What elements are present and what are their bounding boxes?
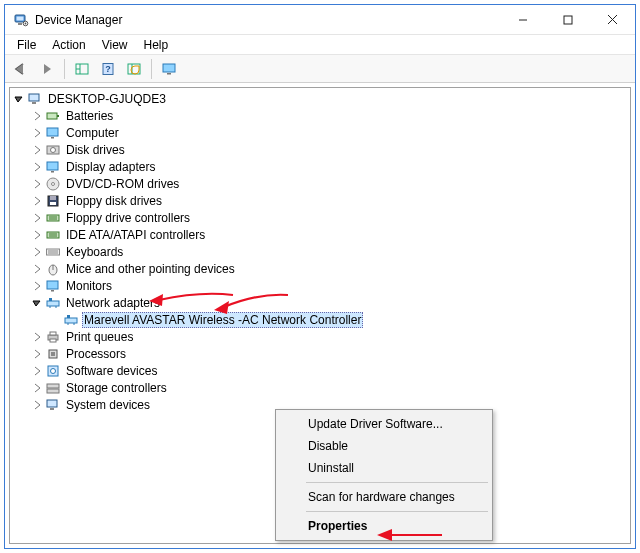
cd-icon bbox=[45, 176, 61, 192]
cm-disable[interactable]: Disable bbox=[278, 435, 490, 457]
tree-category[interactable]: Storage controllers bbox=[12, 379, 630, 396]
tree-item-label: Keyboards bbox=[64, 245, 125, 259]
menu-file[interactable]: File bbox=[9, 36, 44, 54]
expand-icon[interactable] bbox=[30, 262, 44, 276]
tree-item-label: Network adapters bbox=[64, 296, 162, 310]
svg-rect-56 bbox=[50, 339, 56, 342]
printer-icon bbox=[45, 329, 61, 345]
expand-icon[interactable] bbox=[30, 245, 44, 259]
svg-rect-55 bbox=[50, 332, 56, 335]
window-title: Device Manager bbox=[35, 13, 500, 27]
toolbar: ? bbox=[5, 55, 635, 83]
tree-category[interactable]: Floppy disk drives bbox=[12, 192, 630, 209]
expand-icon[interactable] bbox=[30, 330, 44, 344]
maximize-button[interactable] bbox=[545, 6, 590, 34]
tree-category[interactable]: Display adapters bbox=[12, 158, 630, 175]
tree-category[interactable]: Keyboards bbox=[12, 243, 630, 260]
expand-icon[interactable] bbox=[30, 211, 44, 225]
tree-category[interactable]: Disk drives bbox=[12, 141, 630, 158]
expand-icon[interactable] bbox=[30, 347, 44, 361]
expand-icon[interactable] bbox=[30, 364, 44, 378]
forward-button[interactable] bbox=[35, 58, 59, 80]
expand-icon[interactable] bbox=[30, 194, 44, 208]
tree-category[interactable]: Batteries bbox=[12, 107, 630, 124]
svg-rect-1 bbox=[17, 16, 24, 20]
tree-category[interactable]: DVD/CD-ROM drives bbox=[12, 175, 630, 192]
svg-rect-2 bbox=[18, 23, 22, 25]
titlebar: Device Manager bbox=[5, 5, 635, 35]
svg-rect-36 bbox=[47, 232, 59, 238]
display-icon bbox=[45, 159, 61, 175]
cm-uninstall[interactable]: Uninstall bbox=[278, 457, 490, 479]
tree-device-network[interactable]: Marevell AVASTAR Wireless -AC Network Co… bbox=[12, 311, 630, 328]
svg-point-4 bbox=[25, 22, 27, 24]
tree-category[interactable]: Network adapters bbox=[12, 294, 630, 311]
collapse-icon[interactable] bbox=[12, 92, 26, 106]
svg-rect-39 bbox=[47, 249, 60, 255]
tree-item-label: Batteries bbox=[64, 109, 115, 123]
minimize-button[interactable] bbox=[500, 6, 545, 34]
collapse-icon[interactable] bbox=[30, 296, 44, 310]
tree-item-label: Processors bbox=[64, 347, 128, 361]
tree-item-label: IDE ATA/ATAPI controllers bbox=[64, 228, 207, 242]
keyboard-icon bbox=[45, 244, 61, 260]
expand-icon[interactable] bbox=[30, 109, 44, 123]
context-menu: Update Driver Software... Disable Uninst… bbox=[275, 409, 493, 541]
expand-icon[interactable] bbox=[30, 228, 44, 242]
toolbar-separator bbox=[151, 59, 152, 79]
expand-icon[interactable] bbox=[30, 160, 44, 174]
expand-icon[interactable] bbox=[30, 279, 44, 293]
tree-category[interactable]: Print queues bbox=[12, 328, 630, 345]
show-hide-tree-button[interactable] bbox=[70, 58, 94, 80]
svg-rect-50 bbox=[65, 318, 77, 323]
tree-category[interactable]: IDE ATA/ATAPI controllers bbox=[12, 226, 630, 243]
menu-action[interactable]: Action bbox=[44, 36, 93, 54]
mouse-icon bbox=[45, 261, 61, 277]
menu-help[interactable]: Help bbox=[136, 36, 177, 54]
monitor-toolbar-button[interactable] bbox=[157, 58, 181, 80]
tree-category[interactable]: Software devices bbox=[12, 362, 630, 379]
svg-rect-22 bbox=[47, 128, 58, 136]
menu-view[interactable]: View bbox=[94, 36, 136, 54]
net-icon bbox=[63, 312, 79, 328]
svg-rect-19 bbox=[32, 102, 36, 104]
scan-hardware-button[interactable] bbox=[122, 58, 146, 80]
svg-rect-23 bbox=[51, 137, 54, 139]
expand-icon[interactable] bbox=[30, 177, 44, 191]
back-button[interactable] bbox=[9, 58, 33, 80]
tree-item-label: DESKTOP-GJUQDE3 bbox=[46, 92, 168, 106]
expand-icon[interactable] bbox=[30, 381, 44, 395]
svg-rect-6 bbox=[564, 16, 572, 24]
floppy-icon bbox=[45, 193, 61, 209]
menubar: File Action View Help bbox=[5, 35, 635, 55]
tree-category[interactable]: Floppy drive controllers bbox=[12, 209, 630, 226]
svg-rect-45 bbox=[51, 290, 54, 292]
svg-rect-20 bbox=[47, 113, 57, 119]
controller-icon bbox=[45, 227, 61, 243]
expand-icon[interactable] bbox=[30, 398, 44, 412]
tree-category[interactable]: Computer bbox=[12, 124, 630, 141]
tree-item-label: Storage controllers bbox=[64, 381, 169, 395]
tree-category[interactable]: Processors bbox=[12, 345, 630, 362]
battery-icon bbox=[45, 108, 61, 124]
cm-update-driver[interactable]: Update Driver Software... bbox=[278, 413, 490, 435]
svg-rect-17 bbox=[167, 73, 171, 75]
tree-root[interactable]: DESKTOP-GJUQDE3 bbox=[12, 90, 630, 107]
cpu-icon bbox=[45, 346, 61, 362]
expand-icon[interactable] bbox=[30, 126, 44, 140]
svg-rect-46 bbox=[47, 301, 59, 306]
tree-category[interactable]: Monitors bbox=[12, 277, 630, 294]
svg-rect-18 bbox=[29, 94, 39, 101]
cm-scan[interactable]: Scan for hardware changes bbox=[278, 486, 490, 508]
svg-rect-44 bbox=[47, 281, 58, 289]
tree-item-label: Computer bbox=[64, 126, 121, 140]
tree-category[interactable]: Mice and other pointing devices bbox=[12, 260, 630, 277]
cm-properties[interactable]: Properties bbox=[278, 515, 490, 537]
svg-rect-64 bbox=[50, 408, 54, 410]
svg-rect-31 bbox=[50, 196, 56, 200]
help-toolbar-button[interactable]: ? bbox=[96, 58, 120, 80]
system-icon bbox=[45, 397, 61, 413]
monitor-icon bbox=[45, 125, 61, 141]
close-button[interactable] bbox=[590, 6, 635, 34]
expand-icon[interactable] bbox=[30, 143, 44, 157]
